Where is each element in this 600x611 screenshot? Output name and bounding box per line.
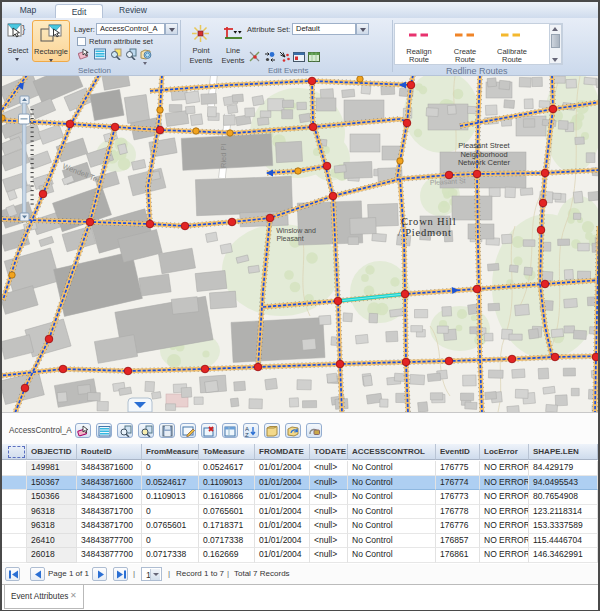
svg-text:Ried Pl: Ried Pl [219, 143, 228, 168]
svg-text:Z: Z [245, 432, 249, 438]
svg-text:Crown Hill: Crown Hill [401, 216, 457, 227]
svg-text:Winslow and: Winslow and [276, 227, 316, 234]
svg-text:Pleasant: Pleasant [276, 235, 303, 242]
svg-text:}: } [22, 24, 26, 35]
svg-text:Network Center: Network Center [458, 158, 511, 167]
svg-text:/ Piedmont: / Piedmont [398, 227, 452, 238]
